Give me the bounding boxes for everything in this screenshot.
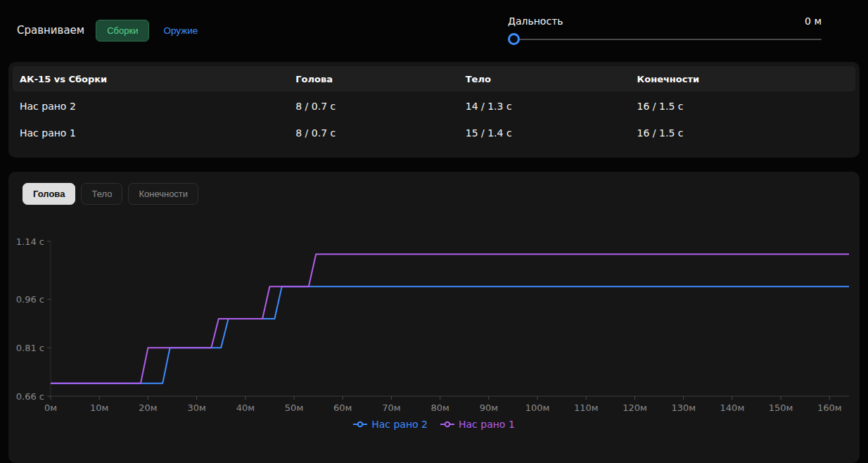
x-tick-label: 120м xyxy=(623,402,647,413)
limbs-value: 16 / 1.5 с xyxy=(637,101,848,112)
x-tick-label: 150м xyxy=(769,402,793,413)
x-tick-label: 140м xyxy=(720,402,745,413)
head-value: 8 / 0.7 с xyxy=(295,101,465,112)
range-slider[interactable] xyxy=(508,33,822,46)
head-value: 8 / 0.7 с xyxy=(295,127,465,139)
ttk-table: АК-15 vs Сборки Голова Тело Конечности Н… xyxy=(8,62,860,158)
compare-switcher: Сравниваем Сборки Оружие xyxy=(17,20,200,42)
ttk-line-chart: 0м10м20м30м40м50м60м70м80м90м100м110м120… xyxy=(8,231,860,416)
column-header-body: Тело xyxy=(466,74,637,84)
y-tick-label: 0.96 с xyxy=(16,294,44,305)
slider-thumb[interactable] xyxy=(508,33,520,45)
legend-item[interactable]: Нас рано 1 xyxy=(440,419,515,430)
build-name: Нас рано 1 xyxy=(20,127,295,139)
compare-label: Сравниваем xyxy=(17,24,84,37)
x-tick-label: 60м xyxy=(333,402,352,413)
x-tick-label: 30м xyxy=(187,402,205,413)
series-line xyxy=(51,286,849,383)
legend-item[interactable]: Нас рано 2 xyxy=(353,419,428,430)
chip-limbs[interactable]: Конечности xyxy=(128,183,198,205)
column-header-head: Голова xyxy=(295,74,465,84)
table-header-row: АК-15 vs Сборки Голова Тело Конечности xyxy=(13,66,855,91)
x-tick-label: 0м xyxy=(44,402,57,413)
x-tick-label: 100м xyxy=(525,402,550,413)
range-control: Дальность 0 м xyxy=(508,15,822,46)
x-tick-label: 40м xyxy=(236,402,255,413)
x-tick-label: 70м xyxy=(382,402,400,413)
y-tick-label: 1.14 с xyxy=(16,236,44,247)
build-name: Нас рано 2 xyxy=(20,101,295,112)
legend-label: Нас рано 2 xyxy=(371,419,428,430)
x-tick-label: 10м xyxy=(90,402,108,413)
column-header-limbs: Конечности xyxy=(637,74,848,84)
tab-weapons[interactable]: Оружие xyxy=(160,20,200,41)
chip-head[interactable]: Голова xyxy=(23,183,75,205)
chart-legend: Нас рано 2Нас рано 1 xyxy=(8,419,860,430)
x-tick-label: 160м xyxy=(817,402,842,413)
ttk-chart-panel: Голова Тело Конечности 0м10м20м30м40м50м… xyxy=(8,172,860,463)
legend-marker-icon xyxy=(353,421,367,428)
table-row: Нас рано 1 8 / 0.7 с 15 / 1.4 с 16 / 1.5… xyxy=(13,120,855,145)
x-tick-label: 20м xyxy=(139,402,157,413)
series-line xyxy=(51,254,849,383)
x-tick-label: 90м xyxy=(480,402,498,413)
limbs-value: 16 / 1.5 с xyxy=(637,127,848,139)
y-tick-label: 0.66 с xyxy=(16,391,44,402)
x-tick-label: 110м xyxy=(574,402,599,413)
table-row: Нас рано 2 8 / 0.7 с 14 / 1.3 с 16 / 1.5… xyxy=(13,94,855,118)
column-header-name: АК-15 vs Сборки xyxy=(20,74,295,84)
tab-builds[interactable]: Сборки xyxy=(96,20,149,42)
y-tick-label: 0.81 с xyxy=(16,343,44,353)
range-label: Дальность xyxy=(508,15,563,27)
body-value: 15 / 1.4 с xyxy=(466,127,637,139)
x-tick-label: 130м xyxy=(671,402,696,413)
legend-marker-icon xyxy=(440,421,454,428)
chip-body[interactable]: Тело xyxy=(81,183,122,205)
range-value: 0 м xyxy=(805,15,822,27)
body-value: 14 / 1.3 с xyxy=(466,101,637,112)
legend-label: Нас рано 1 xyxy=(459,419,515,430)
slider-track[interactable] xyxy=(512,39,822,40)
x-tick-label: 80м xyxy=(430,402,449,413)
top-bar: Сравниваем Сборки Оружие Дальность 0 м xyxy=(0,0,868,62)
x-tick-label: 50м xyxy=(285,402,303,413)
chart-zone-tabs: Голова Тело Конечности xyxy=(8,183,860,205)
